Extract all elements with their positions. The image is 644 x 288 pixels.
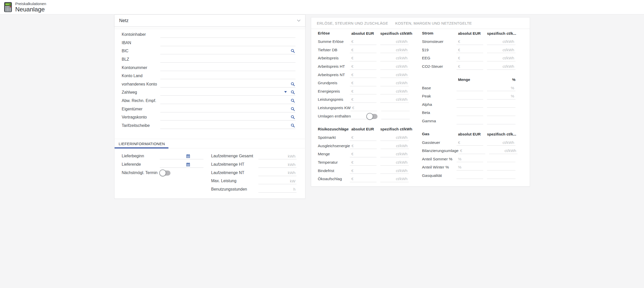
- value-help-search-icon[interactable]: [291, 107, 295, 111]
- spezifisch-input[interactable]: [380, 63, 409, 70]
- spezifisch-input[interactable]: [380, 159, 409, 166]
- spezifisch-input[interactable]: [380, 80, 409, 86]
- spezifisch-input[interactable]: [380, 47, 409, 53]
- spezifisch-input[interactable]: [487, 164, 515, 171]
- absolut-input[interactable]: [457, 47, 483, 53]
- value-help-search-icon[interactable]: [291, 90, 295, 94]
- value-help-search-icon[interactable]: [291, 82, 295, 86]
- field-input[interactable]: [160, 123, 295, 128]
- spezifisch-input[interactable]: [380, 88, 409, 94]
- column-header-spezifisch: spezifisch ct/kWh: [380, 31, 409, 36]
- absolut-input[interactable]: [457, 139, 483, 146]
- absolut-input[interactable]: [350, 151, 376, 157]
- spezifisch-input[interactable]: [487, 55, 515, 61]
- absolut-input[interactable]: [457, 39, 483, 45]
- tab-item[interactable]: KOSTEN, MARGEN UND NETZENTGELTE: [392, 18, 476, 29]
- absolut-input[interactable]: [457, 93, 483, 99]
- absolut-input[interactable]: [350, 88, 376, 94]
- spezifisch-input[interactable]: [380, 39, 409, 45]
- toggle-switch[interactable]: [367, 114, 378, 119]
- spezifisch-input[interactable]: [487, 85, 515, 91]
- spezifisch-input[interactable]: [380, 96, 409, 103]
- absolut-input[interactable]: [351, 105, 377, 111]
- field-input[interactable]: [160, 73, 295, 79]
- field-input[interactable]: [160, 114, 295, 120]
- absolut-input[interactable]: [457, 156, 483, 162]
- spezifisch-input[interactable]: [380, 55, 409, 61]
- value-row: Summe Erlöse: [318, 38, 409, 46]
- spezifisch-input[interactable]: [380, 176, 409, 182]
- spezifisch-input[interactable]: [380, 167, 409, 174]
- field-input[interactable]: [160, 57, 295, 62]
- absolut-input[interactable]: [457, 173, 483, 179]
- absolut-input[interactable]: [350, 134, 376, 141]
- absolut-input[interactable]: [457, 85, 483, 91]
- absolut-input[interactable]: [457, 118, 483, 124]
- unit-input[interactable]: [258, 170, 296, 176]
- spezifisch-input[interactable]: [487, 39, 515, 45]
- unit-input[interactable]: [258, 153, 296, 159]
- unit-input[interactable]: [258, 178, 296, 184]
- spezifisch-input[interactable]: [487, 118, 515, 124]
- absolut-input[interactable]: [457, 164, 483, 171]
- dropdown-arrow-icon[interactable]: [284, 91, 287, 93]
- unit-input[interactable]: [258, 162, 296, 167]
- absolut-input[interactable]: [350, 63, 376, 70]
- unit-input[interactable]: [258, 187, 296, 192]
- date-input[interactable]: [160, 162, 203, 167]
- spezifisch-input[interactable]: [381, 143, 409, 149]
- field-input[interactable]: [160, 81, 295, 87]
- absolut-input[interactable]: [350, 55, 376, 61]
- spezifisch-input[interactable]: [487, 101, 515, 108]
- tab-item[interactable]: ERLÖSE, STEUERN UND ZUSCHLÄGE: [313, 18, 392, 29]
- spezifisch-input[interactable]: [487, 156, 515, 162]
- section-tab-lieferinformationen[interactable]: LIEFERINFORMATIONEN: [115, 139, 168, 148]
- spezifisch-input[interactable]: [381, 113, 410, 119]
- date-input[interactable]: [160, 153, 203, 159]
- spezifisch-input[interactable]: [487, 173, 515, 179]
- absolut-input[interactable]: [457, 110, 483, 116]
- calendar-icon[interactable]: [186, 154, 190, 158]
- field-input[interactable]: [160, 65, 295, 71]
- absolut-input[interactable]: [350, 39, 376, 45]
- absolut-input[interactable]: [459, 148, 485, 154]
- toggle-switch[interactable]: [160, 171, 170, 176]
- collapsible-panel[interactable]: Netz: [114, 14, 305, 27]
- spezifisch-input[interactable]: [489, 148, 517, 154]
- field-input[interactable]: [160, 106, 295, 112]
- field-input[interactable]: [160, 40, 295, 46]
- value-help-search-icon[interactable]: [291, 115, 295, 119]
- absolut-input[interactable]: [350, 96, 376, 103]
- field-input[interactable]: [160, 98, 295, 104]
- spezifisch-input[interactable]: [487, 63, 515, 70]
- absolut-input[interactable]: [350, 80, 376, 86]
- value-help-search-icon[interactable]: [291, 123, 295, 128]
- absolut-input[interactable]: [457, 63, 483, 70]
- absolut-input[interactable]: [350, 143, 377, 149]
- absolut-input[interactable]: [350, 47, 376, 53]
- value-help-search-icon[interactable]: [291, 49, 295, 53]
- value-row: Stromsteuer: [422, 38, 515, 46]
- absolut-input[interactable]: [351, 113, 367, 119]
- field-input[interactable]: [160, 48, 295, 54]
- field-input[interactable]: [160, 90, 295, 95]
- spezifisch-input[interactable]: [487, 110, 515, 116]
- absolut-input[interactable]: [457, 101, 483, 108]
- absolut-input[interactable]: [350, 159, 376, 166]
- absolut-input[interactable]: [350, 176, 376, 182]
- spezifisch-input[interactable]: [380, 72, 409, 78]
- group-title: Erlöse: [318, 31, 350, 36]
- value-help-search-icon[interactable]: [291, 98, 295, 103]
- spezifisch-input[interactable]: [487, 139, 515, 146]
- calendar-icon[interactable]: [186, 162, 190, 167]
- absolut-input[interactable]: [457, 55, 483, 61]
- field-label: Arbeitspreis HT: [318, 64, 350, 69]
- spezifisch-input[interactable]: [380, 151, 409, 157]
- spezifisch-input[interactable]: [487, 47, 515, 53]
- spezifisch-input[interactable]: [487, 93, 515, 99]
- spezifisch-input[interactable]: [380, 134, 409, 141]
- absolut-input[interactable]: [350, 72, 376, 78]
- absolut-input[interactable]: [350, 167, 376, 174]
- field-input[interactable]: [160, 32, 295, 37]
- spezifisch-input[interactable]: [381, 105, 410, 111]
